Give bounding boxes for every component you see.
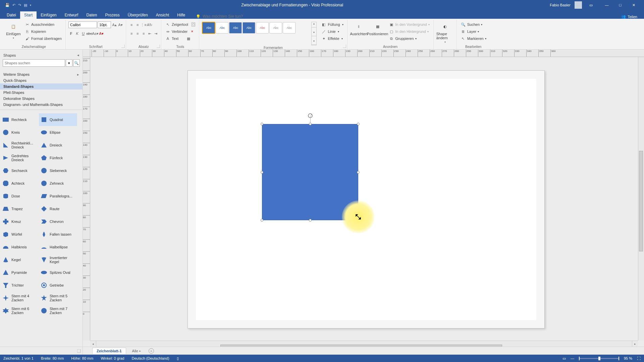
case-button[interactable]: Aa▾ <box>93 31 98 36</box>
fill-bucket-icon[interactable]: ▦ <box>186 36 191 41</box>
handle-n[interactable] <box>309 123 312 125</box>
select-button[interactable]: ↖Markieren▾ <box>460 35 487 42</box>
fit-page-icon[interactable]: — <box>571 356 574 360</box>
increase-font-icon[interactable]: A▴ <box>112 22 117 27</box>
shapes-search-input[interactable] <box>3 59 65 67</box>
shape-item-parallelogra-[interactable]: Parallelogra... <box>39 190 77 202</box>
style-3[interactable]: Abc <box>229 22 242 34</box>
align-left-icon[interactable]: ≡ <box>129 31 134 36</box>
align-right-icon[interactable]: ≡ <box>141 31 146 36</box>
shape-item-getriebe[interactable]: Getriebe <box>39 279 77 292</box>
align-center-icon[interactable]: ≡ <box>135 31 140 36</box>
tab-ueberpruefen[interactable]: Überprüfen <box>124 11 152 19</box>
bullets-icon[interactable]: ⋮≡ <box>141 22 146 27</box>
stencil-more[interactable]: Weitere Shapes <box>0 71 83 77</box>
handle-ne[interactable] <box>357 123 360 125</box>
tab-prozess[interactable]: Prozess <box>101 11 123 19</box>
ribbon-display-icon[interactable]: ▭ <box>589 3 593 7</box>
shape-item-stern-mit-5-zacken[interactable]: Stern mit 5 Zacken <box>39 292 77 304</box>
find-button[interactable]: 🔍Suchen▾ <box>460 21 487 28</box>
new-doc-icon[interactable]: ▤ <box>24 3 27 7</box>
close-button[interactable]: ✕ <box>627 0 640 10</box>
tab-datei[interactable]: Datei <box>3 11 20 19</box>
shape-item-trapez[interactable]: Trapez <box>1 202 39 215</box>
align-button[interactable]: ⫴Ausrichten <box>350 20 368 36</box>
sheet-tab-1[interactable]: Zeichenblatt-1 <box>92 348 126 354</box>
tab-ansicht[interactable]: Ansicht <box>152 11 173 19</box>
style-1[interactable]: Abc <box>202 22 215 34</box>
cut-button[interactable]: ✂Ausschneiden <box>23 21 63 28</box>
shape-item-dose[interactable]: Dose <box>1 190 39 202</box>
redo-icon[interactable]: ↷ <box>18 3 21 7</box>
hscroll-thumb[interactable] <box>220 345 502 347</box>
style-2[interactable]: Abc <box>216 22 228 34</box>
send-back-button[interactable]: ▢In den Hintergrund▾ <box>388 28 431 35</box>
font-dialog-launcher[interactable] <box>121 45 125 48</box>
shape-item-stern-mit-4-zacken[interactable]: Stern mit 4 Zacken <box>1 292 39 304</box>
minimize-button[interactable]: — <box>600 0 613 10</box>
copy-button[interactable]: ⎘Kopieren <box>23 28 63 35</box>
tab-start[interactable]: Start <box>20 11 37 19</box>
effects-button[interactable]: ✦Effekte▾ <box>320 35 344 42</box>
position-button[interactable]: ▦Positionieren <box>369 20 386 36</box>
tab-hilfe[interactable]: Hilfe <box>173 11 189 19</box>
hscroll-right-icon[interactable]: ▸ <box>632 341 638 347</box>
stencil-deco[interactable]: Dekorative Shapes <box>0 96 83 102</box>
font-color-button[interactable]: A▾ <box>99 31 104 36</box>
style-7[interactable]: Abc <box>283 22 296 34</box>
stencil-standard[interactable]: Standard-Shapes <box>0 83 83 89</box>
shape-item-fallen-lassen[interactable]: Fallen lassen <box>39 228 77 241</box>
align-top-icon[interactable]: ≡ <box>129 22 134 27</box>
maximize-button[interactable]: □ <box>613 0 627 10</box>
horizontal-scrollbar[interactable]: ◂ ▸ <box>90 341 638 347</box>
increase-indent-icon[interactable]: ⇥ <box>153 31 158 36</box>
handle-w[interactable] <box>261 171 263 174</box>
shape-item-dreieck[interactable]: Dreieck <box>39 139 77 152</box>
group-button[interactable]: ⧉Gruppieren▾ <box>388 35 431 42</box>
fill-button[interactable]: ◧Füllung▾ <box>320 21 344 28</box>
search-go-icon[interactable]: 🔍 <box>73 59 80 67</box>
shape-item-pyramide[interactable]: Pyramide <box>1 266 39 279</box>
shape-item-halbkreis[interactable]: Halbkreis <box>1 241 39 253</box>
shape-item-w-rfel[interactable]: Würfel <box>1 228 39 241</box>
font-name-combo[interactable] <box>68 21 97 28</box>
user-name[interactable]: Fabio Basler <box>550 3 571 7</box>
line-button[interactable]: ／Linie▾ <box>320 28 344 35</box>
stencil-math[interactable]: Diagramm- und Mathematik-Shapes <box>0 102 83 108</box>
shape-item-kreuz[interactable]: Kreuz <box>1 215 39 228</box>
selected-square-shape[interactable] <box>262 124 358 220</box>
font-size-combo[interactable] <box>98 21 111 28</box>
zoom-level[interactable]: 95 % <box>624 356 632 360</box>
macro-record-icon[interactable]: ▯ <box>177 356 179 361</box>
pointer-tool-button[interactable]: ↖Zeigertool□ <box>164 21 196 28</box>
italic-button[interactable]: K <box>74 31 80 36</box>
zoom-thumb[interactable] <box>598 357 600 360</box>
tell-me-input[interactable] <box>203 14 263 19</box>
format-painter-button[interactable]: 🖌Format übertragen <box>23 35 63 42</box>
handle-sw[interactable] <box>261 219 263 222</box>
style-4[interactable]: Abc <box>243 22 255 34</box>
ruler-vertical[interactable]: 2102001901801701601501401301201101009080… <box>83 57 90 341</box>
shape-item-trichter[interactable]: Trichter <box>1 279 39 292</box>
tab-einfuegen[interactable]: Einfügen <box>37 11 60 19</box>
vertical-scrollbar[interactable] <box>638 57 644 341</box>
change-shape-button[interactable]: ◐Shape ändern▾ <box>436 20 454 44</box>
shape-item-kegel[interactable]: Kegel <box>1 253 39 266</box>
qat-customize-icon[interactable]: ▾ <box>30 4 31 7</box>
shape-item-spitzes-oval[interactable]: Spitzes Oval <box>39 266 77 279</box>
zoom-slider[interactable] <box>579 358 619 359</box>
shape-item-f-nfeck[interactable]: Fünfeck <box>39 152 77 164</box>
layer-button[interactable]: ≣Layer▾ <box>460 28 487 35</box>
shape-item-chevron[interactable]: Chevron <box>39 215 77 228</box>
decrease-font-icon[interactable]: A▾ <box>118 22 123 27</box>
status-language[interactable]: Deutsch (Deutschland) <box>132 356 169 360</box>
shape-item-rechteck[interactable]: Rechteck <box>1 113 39 126</box>
search-dropdown-icon[interactable]: ▾ <box>66 59 72 67</box>
shape-item-siebeneck[interactable]: Siebeneck <box>39 164 77 177</box>
shape-item-ellipse[interactable]: Ellipse <box>39 126 77 139</box>
strike-button[interactable]: abc <box>87 31 92 36</box>
shape-item-rechtwinkli-dreieck[interactable]: Rechtwinkli... Dreieck <box>1 139 39 152</box>
shape-item-quadrat[interactable]: Quadrat <box>39 113 77 126</box>
align-middle-icon[interactable]: ≡ <box>135 22 140 27</box>
style-6[interactable]: Abc <box>269 22 282 34</box>
